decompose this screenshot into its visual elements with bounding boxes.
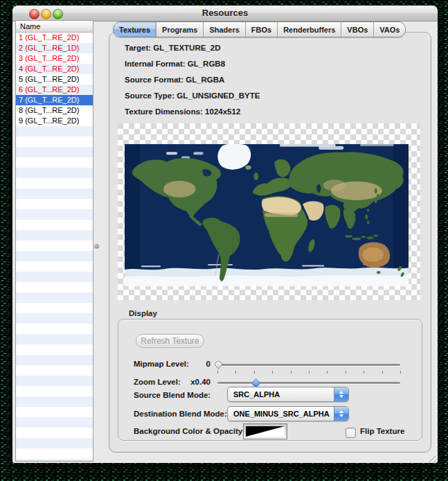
empty-row [16, 334, 93, 344]
tick-mark [346, 371, 346, 374]
empty-row [16, 240, 93, 251]
tick-mark [327, 371, 328, 374]
resource-list: Name 1 (GL_T...RE_2D)2 (GL_T...RE_1D)3 (… [15, 20, 93, 462]
empty-row [16, 199, 93, 209]
empty-row [16, 126, 93, 137]
transparency-checkerboard [118, 123, 420, 300]
empty-row [16, 386, 93, 396]
tick-mark [364, 371, 364, 374]
zoom-level-value: x0.40 [179, 378, 210, 386]
tick-mark [235, 371, 236, 374]
empty-row [16, 168, 93, 178]
resource-row-1[interactable]: 1 (GL_T...RE_2D) [16, 33, 93, 43]
empty-row [16, 157, 93, 168]
mipmap-slider-thumb[interactable] [213, 360, 224, 369]
empty-row [16, 251, 93, 261]
color-swatch [246, 426, 285, 437]
window-title: Resources [12, 8, 438, 18]
tick-mark [400, 371, 401, 374]
dest-blend-popup[interactable]: ONE_MINUS_SRC_ALPHA [227, 406, 349, 421]
background-color-well[interactable] [243, 423, 287, 439]
empty-row [16, 459, 93, 461]
mipmap-level-label: Mipmap Level: [134, 360, 189, 368]
empty-row [16, 313, 93, 324]
empty-row [16, 396, 93, 407]
detail-line: Source Format: GL_RGBA [125, 74, 260, 90]
texture-info: Target: GL_TEXTURE_2DInternal Format: GL… [125, 42, 260, 122]
empty-row [16, 324, 93, 334]
empty-row [16, 407, 93, 417]
empty-row [16, 220, 93, 230]
detail-line: Target: GL_TEXTURE_2D [125, 42, 260, 58]
empty-row [16, 417, 93, 428]
empty-row [16, 272, 93, 282]
flip-texture-label: Flip Texture [360, 427, 404, 435]
empty-row [16, 376, 93, 386]
source-blend-value: SRC_ALPHA [233, 390, 280, 399]
resource-row-9[interactable]: 9 (GL_T...RE_2D) [16, 116, 93, 126]
tab-vbos[interactable]: VBOs [341, 22, 373, 37]
empty-row [16, 261, 93, 272]
resource-row-8[interactable]: 8 (GL_T...RE_2D) [16, 105, 93, 116]
tab-textures[interactable]: Textures [114, 22, 156, 37]
dest-blend-value: ONE_MINUS_SRC_ALPHA [233, 410, 330, 418]
splitter-handle[interactable] [94, 244, 99, 249]
source-blend-label: Source Blend Mode: [134, 391, 210, 399]
popup-arrows-icon [334, 387, 348, 401]
resource-row-6[interactable]: 6 (GL_T...RE_2D) [16, 85, 93, 95]
empty-row [16, 137, 93, 147]
resize-grip[interactable] [425, 453, 436, 462]
empty-row [16, 365, 93, 376]
empty-row [16, 344, 93, 355]
empty-row [16, 230, 93, 240]
detail-line: Source Type: GL_UNSIGNED_BYTE [125, 90, 260, 106]
empty-row [16, 438, 93, 448]
zoom-level-label: Zoom Level: [134, 378, 181, 386]
tick-mark [382, 371, 383, 374]
resources-window: Resources Name 1 (GL_T...RE_2D)2 (GL_T..… [12, 6, 438, 463]
display-group-box: Refresh Texture Mipmap Level: 0 Zoom Lev… [118, 319, 422, 441]
detail-line: Texture Dimensions: 1024x512 [125, 106, 260, 122]
empty-row [16, 189, 93, 199]
mipmap-slider[interactable] [217, 364, 400, 366]
background-color-label: Background Color & Opacity: [134, 427, 245, 435]
tab-shaders[interactable]: Shaders [203, 22, 244, 37]
source-blend-popup[interactable]: SRC_ALPHA [227, 387, 349, 402]
empty-row [16, 292, 93, 303]
flip-texture-checkbox[interactable] [346, 428, 356, 438]
tick-mark [272, 371, 273, 374]
tick-mark [291, 371, 292, 374]
mipmap-level-value: 0 [188, 360, 210, 368]
empty-row [16, 355, 93, 365]
resource-row-4[interactable]: 4 (GL_T...RE_2D) [16, 64, 93, 74]
empty-row [16, 448, 93, 459]
tab-programs[interactable]: Programs [156, 22, 203, 37]
texture-preview [125, 144, 409, 286]
resource-row-3[interactable]: 3 (GL_T...RE_2D) [16, 53, 93, 64]
name-column-header[interactable]: Name [16, 21, 93, 33]
empty-row [16, 428, 93, 438]
empty-row [16, 209, 93, 220]
tab-fbos[interactable]: FBOs [245, 22, 277, 37]
tab-renderbuffers[interactable]: Renderbuffers [277, 22, 341, 37]
detail-line: Internal Format: GL_RGB8 [125, 58, 260, 74]
empty-row [16, 282, 93, 292]
dest-blend-label: Destination Blend Mode: [134, 410, 227, 418]
resource-row-7[interactable]: 7 (GL_T...RE_2D) [16, 95, 93, 105]
tick-mark [254, 371, 255, 374]
resource-rows: 1 (GL_T...RE_2D)2 (GL_T...RE_1D)3 (GL_T.… [16, 33, 93, 461]
tick-mark [217, 371, 218, 374]
empty-row [16, 147, 93, 157]
resource-row-5[interactable]: 5 (GL_T...RE_2D) [16, 74, 93, 85]
tab-vaos[interactable]: VAOs [373, 22, 405, 37]
zoom-slider[interactable] [217, 382, 400, 384]
display-section-label: Display [129, 309, 157, 317]
titlebar[interactable]: Resources [12, 6, 438, 21]
mipmap-slider-ticks [217, 371, 400, 374]
refresh-texture-button[interactable]: Refresh Texture [136, 334, 204, 348]
empty-row [16, 303, 93, 313]
world-map-texture [125, 144, 409, 286]
resource-row-2[interactable]: 2 (GL_T...RE_1D) [16, 43, 93, 53]
tick-mark [309, 371, 310, 374]
tab-bar: TexturesProgramsShadersFBOsRenderbuffers… [113, 21, 406, 37]
